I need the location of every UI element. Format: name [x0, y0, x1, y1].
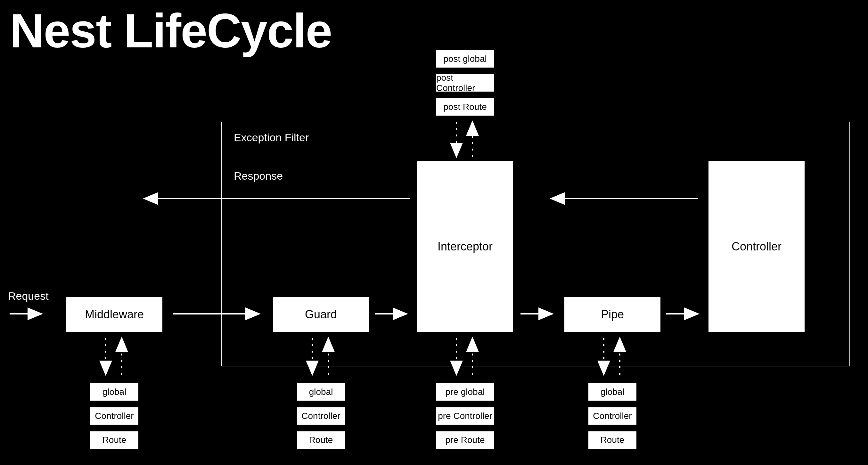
- request-label: Request: [8, 290, 49, 302]
- pipe-scope-controller: Controller: [588, 407, 637, 425]
- pipe-scope-route: Route: [588, 431, 637, 449]
- page-title: Nest LifeCycle: [10, 3, 332, 59]
- interceptor-pre-route: pre Route: [436, 431, 495, 449]
- response-label: Response: [234, 170, 283, 182]
- guard-scope-global: global: [296, 383, 346, 401]
- controller-node: Controller: [708, 160, 805, 333]
- interceptor-pre-controller: pre Controller: [436, 407, 495, 425]
- middleware-node: Middleware: [66, 296, 163, 333]
- interceptor-node: Interceptor: [416, 160, 514, 333]
- exception-filter-label: Exception Filter: [234, 131, 309, 144]
- guard-scope-controller: Controller: [296, 407, 346, 425]
- middleware-scope-route: Route: [90, 431, 139, 449]
- guard-node: Guard: [272, 296, 370, 333]
- guard-scope-route: Route: [296, 431, 346, 449]
- interceptor-post-global: post global: [436, 50, 495, 68]
- middleware-dotted-arrows: [106, 338, 122, 375]
- interceptor-pre-global: pre global: [436, 383, 495, 401]
- pipe-scope-global: global: [588, 383, 637, 401]
- middleware-scope-controller: Controller: [90, 407, 139, 425]
- pipe-node: Pipe: [564, 296, 661, 333]
- interceptor-post-controller: post Controller: [436, 74, 495, 92]
- middleware-scope-global: global: [90, 383, 139, 401]
- interceptor-post-route: post Route: [436, 98, 495, 116]
